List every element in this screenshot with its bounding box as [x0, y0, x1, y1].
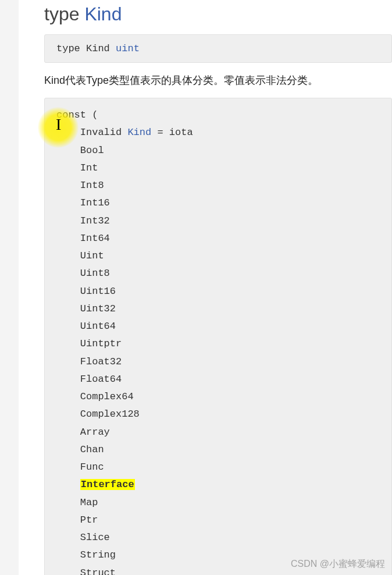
type-heading: type Kind	[19, 3, 392, 34]
const-item-name: Uint32	[80, 303, 116, 314]
const-item: Slice	[56, 529, 380, 546]
const-item-name: Int32	[80, 215, 110, 226]
const-item: Uint32	[56, 300, 380, 318]
const-item: Map	[56, 494, 380, 512]
decl-keyword: type	[56, 43, 80, 54]
const-item: Int16	[56, 194, 380, 212]
const-item: Bool	[56, 142, 380, 159]
const-item-name: Uint	[80, 250, 104, 261]
const-item: Array	[56, 424, 380, 441]
const-item: Complex64	[56, 388, 380, 406]
const-item-name: String	[80, 549, 116, 560]
const-item: Int32	[56, 212, 380, 230]
const-item: Complex128	[56, 406, 380, 423]
const-item-name: Complex128	[80, 409, 140, 420]
const-first-name: Invalid	[80, 127, 122, 138]
const-item: Uintptr	[56, 335, 380, 353]
const-item: Chan	[56, 441, 380, 459]
const-item: Float32	[56, 353, 380, 371]
type-declaration-box: type Kind uint	[44, 34, 392, 63]
const-item-name: Int	[80, 162, 98, 173]
const-item-name: Func	[80, 462, 104, 473]
const-item-name: Uintptr	[80, 338, 122, 349]
description-text: Kind代表Type类型值表示的具体分类。零值表示非法分类。	[19, 73, 392, 98]
const-item-name: Int64	[80, 233, 110, 244]
heading-keyword: type	[44, 3, 79, 24]
const-item-name: Float32	[80, 356, 122, 367]
const-item: Uint	[56, 247, 380, 265]
const-block: const ( Invalid Kind = iota BoolIntInt8I…	[44, 98, 392, 575]
decl-base: uint	[116, 43, 140, 54]
const-item-name: Uint64	[80, 321, 116, 332]
const-item-name: Complex64	[80, 391, 134, 402]
const-item: Interface	[56, 476, 380, 494]
decl-name: Kind	[86, 43, 110, 54]
const-item-name: Chan	[80, 444, 104, 455]
const-first-type: Kind	[127, 127, 151, 138]
const-item-name: Struct	[80, 567, 116, 576]
const-item: Int64	[56, 230, 380, 247]
watermark-text: CSDN @小蜜蜂爱编程	[291, 558, 385, 570]
const-item: Int8	[56, 177, 380, 194]
const-item-name: Int8	[80, 180, 104, 191]
const-item: Uint16	[56, 283, 380, 300]
const-item-name: Uint16	[80, 286, 116, 297]
const-eq: =	[157, 127, 163, 138]
const-item-name: Uint8	[80, 268, 110, 279]
const-item: Float64	[56, 371, 380, 388]
const-item: Uint64	[56, 318, 380, 335]
const-item: Uint8	[56, 265, 380, 282]
const-item: Ptr	[56, 512, 380, 529]
const-item-name: Map	[80, 497, 98, 508]
const-item: Int	[56, 159, 380, 177]
heading-typename: Kind	[84, 3, 122, 24]
const-items-container: BoolIntInt8Int16Int32Int64UintUint8Uint1…	[56, 142, 380, 576]
const-item-name: Ptr	[80, 514, 98, 526]
const-first-line: Invalid Kind = iota	[56, 124, 380, 141]
highlighted-const: Interface	[80, 479, 135, 490]
const-item: Func	[56, 459, 380, 476]
const-item-name: Slice	[80, 532, 110, 543]
const-item-name: Int16	[80, 197, 110, 208]
const-iota: iota	[169, 127, 193, 138]
const-item-name: Bool	[80, 145, 104, 156]
const-item-name: Array	[80, 427, 110, 438]
const-item-name: Float64	[80, 374, 122, 385]
const-open: const (	[56, 107, 380, 124]
doc-content: type Kind type Kind uint Kind代表Type类型值表示…	[19, 0, 392, 575]
